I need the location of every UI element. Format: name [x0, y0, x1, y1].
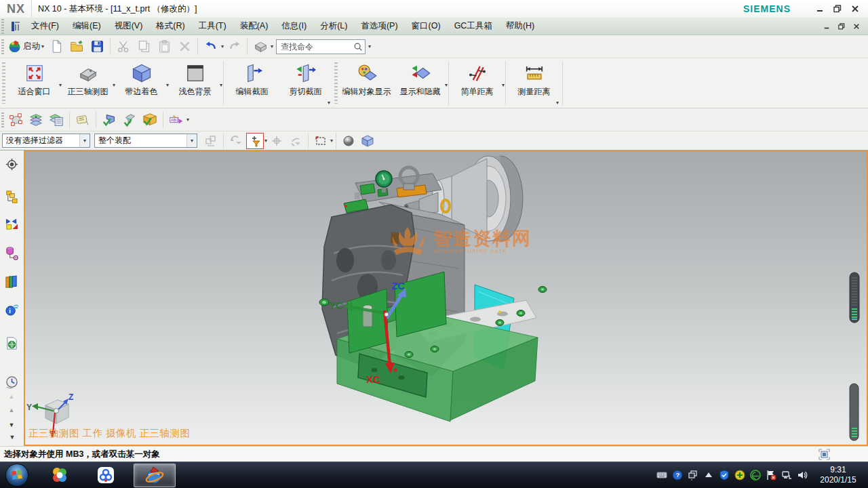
copy-button[interactable]: [134, 37, 153, 56]
view-sliders[interactable]: [850, 272, 859, 441]
taskbar-clock[interactable]: 9:31 2020/1/15: [815, 465, 861, 485]
transparent-cube-button[interactable]: [359, 133, 376, 149]
cut-button[interactable]: [114, 37, 133, 56]
taskbar-netdisk-button[interactable]: [87, 464, 124, 487]
menu-view[interactable]: 视图(V): [108, 18, 150, 35]
light-background-button[interactable]: 浅色背景 ▾: [168, 58, 222, 108]
menu-window[interactable]: 窗口(O): [405, 18, 448, 35]
sidebar-scroll-bottom[interactable]: ▼: [5, 432, 18, 442]
windows-stack-icon[interactable]: [686, 468, 700, 483]
part-navigator-icon[interactable]: [3, 245, 20, 262]
menu-info[interactable]: 信息(I): [275, 18, 313, 35]
toolbar-grip[interactable]: [1, 19, 4, 34]
menu-help[interactable]: 帮助(H): [499, 18, 541, 35]
3d-model[interactable]: ZC YC XC: [25, 152, 867, 445]
command-finder[interactable]: [276, 39, 366, 54]
select-assembly-button[interactable]: [202, 133, 220, 149]
menu-file[interactable]: 文件(F): [24, 18, 66, 35]
menu-gc-toolbox[interactable]: GC工具箱: [448, 18, 499, 35]
validate-assembly-button[interactable]: [140, 110, 160, 129]
minimize-button[interactable]: [811, 2, 829, 16]
paste-button[interactable]: [155, 37, 174, 56]
doc-restore-button[interactable]: [834, 20, 849, 32]
scope-dropdown-caret[interactable]: ▾: [186, 134, 197, 147]
action-center-flag-icon[interactable]: [764, 468, 778, 483]
search-input[interactable]: [281, 42, 353, 52]
snap-filter-caret[interactable]: ▾: [264, 138, 267, 144]
annotation-note-button[interactable]: [73, 110, 93, 129]
isometric-view-button[interactable]: 正三轴测图 ▾: [61, 58, 115, 108]
annotation-abc-button[interactable]: ABC: [166, 110, 186, 129]
measure-group-caret[interactable]: ▾: [556, 100, 559, 106]
hd3d-tools-icon[interactable]: i: [3, 301, 20, 318]
delete-button[interactable]: [175, 37, 194, 56]
toolbar-grip[interactable]: [1, 39, 4, 54]
start-button[interactable]: [5, 464, 28, 487]
taskbar-nx-button[interactable]: [134, 464, 176, 487]
volume-icon[interactable]: [795, 468, 809, 483]
measure-distance-button[interactable]: 测量距离: [507, 58, 561, 108]
selection-scope-dropdown[interactable]: 整个装配 ▾: [94, 134, 197, 148]
fit-window-button[interactable]: 适合窗口 ▾: [7, 58, 61, 108]
view-orient-button[interactable]: [251, 37, 270, 56]
validate-tool-button[interactable]: [119, 110, 140, 129]
doc-close-button[interactable]: [849, 20, 864, 32]
light-background-caret[interactable]: ▾: [220, 83, 222, 88]
utility-toolbar-caret[interactable]: ▾: [186, 117, 189, 123]
viewport-3d[interactable]: ZC YC XC: [24, 150, 868, 446]
view-orient-caret[interactable]: ▾: [271, 44, 273, 49]
shaded-view-button[interactable]: [340, 133, 357, 149]
menu-format[interactable]: 格式(R): [149, 18, 191, 35]
validate-block-button[interactable]: [99, 110, 119, 129]
undo-dropdown-caret[interactable]: ▾: [221, 44, 224, 49]
web-browser-icon[interactable]: [3, 335, 20, 352]
shaded-with-edges-button[interactable]: 带边着色 ▾: [115, 58, 168, 108]
section-group-caret[interactable]: ▾: [328, 100, 330, 106]
simple-distance-caret[interactable]: ▾: [502, 83, 505, 88]
help-tray-icon[interactable]: ?: [670, 468, 684, 483]
marquee-caret[interactable]: ▾: [330, 138, 333, 144]
taskbar-browser-button[interactable]: [41, 464, 78, 487]
show-hidden-icons-button[interactable]: [701, 468, 715, 483]
deselect-button[interactable]: [287, 133, 304, 149]
ie-browser-tray-icon[interactable]: [748, 468, 762, 483]
clip-section-button[interactable]: 剪切截面: [279, 58, 332, 108]
toolbar-grip[interactable]: [1, 113, 4, 127]
menu-edit[interactable]: 编辑(E): [66, 18, 108, 35]
show-hide-button[interactable]: 显示和隐藏 ▾: [393, 58, 447, 108]
assembly-navigator-icon[interactable]: [3, 188, 20, 205]
history-icon[interactable]: [3, 374, 20, 391]
search-icon[interactable]: [353, 42, 363, 52]
snap-point-filter-button[interactable]: [246, 133, 264, 149]
menu-tools[interactable]: 工具(T): [192, 18, 233, 35]
menu-assembly[interactable]: 装配(A): [233, 18, 275, 35]
constraint-navigator-icon[interactable]: [3, 215, 20, 232]
edit-object-display-button[interactable]: 编辑对象显示: [340, 58, 393, 108]
menu-preferences[interactable]: 首选项(P): [354, 18, 404, 35]
toolbar-grip[interactable]: [2, 62, 5, 104]
status-restore-icon[interactable]: [818, 449, 830, 460]
security-shield-icon[interactable]: [717, 468, 731, 483]
layer-settings-button[interactable]: [26, 110, 46, 129]
save-button[interactable]: [87, 37, 106, 56]
previous-selection-button[interactable]: [227, 133, 245, 149]
close-button[interactable]: [846, 2, 864, 16]
layer-visible-in-view-button[interactable]: [46, 110, 66, 129]
open-file-button[interactable]: [67, 37, 86, 56]
marquee-select-button[interactable]: [312, 133, 330, 149]
edit-section-button[interactable]: 编辑截面: [225, 58, 279, 108]
restore-button[interactable]: [829, 2, 846, 16]
antivirus-plus-icon[interactable]: [732, 468, 747, 483]
doc-minimize-button[interactable]: [819, 20, 834, 32]
redo-button[interactable]: [224, 37, 243, 56]
move-object-button[interactable]: [5, 110, 26, 129]
show-hide-caret[interactable]: ▾: [445, 83, 448, 88]
simple-distance-button[interactable]: 简单距离 ▾: [450, 58, 504, 108]
search-dropdown-caret[interactable]: ▾: [368, 44, 371, 49]
sidebar-scroll-up[interactable]: ▲: [5, 405, 18, 415]
start-menu-button[interactable]: 启动 ▾: [6, 37, 45, 56]
menu-analysis[interactable]: 分析(L): [313, 18, 354, 35]
roles-gear-icon[interactable]: [3, 156, 20, 173]
network-icon[interactable]: [779, 468, 793, 483]
sidebar-scroll-down[interactable]: ▼: [5, 420, 18, 430]
